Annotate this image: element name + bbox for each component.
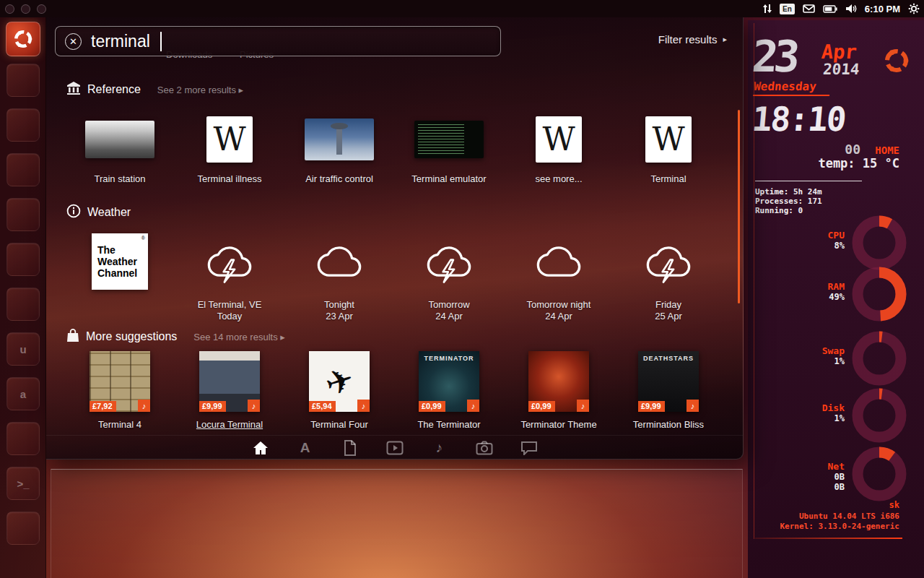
music-lens-icon[interactable]: ♪ <box>430 439 449 457</box>
running-label: Running: 0 <box>755 206 803 215</box>
search-input[interactable]: terminal <box>91 32 150 51</box>
mail-icon[interactable] <box>803 4 815 13</box>
result-label: Friday25 Apr <box>655 299 682 322</box>
conky-widget: 23 Apr 2014 Wednesday 18:10 00 HOME temp… <box>748 20 924 578</box>
sync-indicator-icon[interactable] <box>763 4 772 14</box>
result-label: Terminator Theme <box>520 419 596 431</box>
minimize-button[interactable] <box>21 4 30 14</box>
dash-scrollbar[interactable] <box>738 110 740 303</box>
result-tile[interactable]: £7,92 ♪ Terminal 4 <box>65 347 175 431</box>
desktop: En 6:10 PM <box>0 0 924 578</box>
album-cover: £9,99 ♪ <box>199 351 260 412</box>
close-button[interactable] <box>5 4 14 14</box>
clear-search-icon[interactable]: ✕ <box>65 33 82 50</box>
launcher-glyph: >_ <box>17 478 29 490</box>
weather-channel-logo: ® The Weather Channel <box>92 233 148 290</box>
cloud-icon <box>534 239 583 284</box>
terminal-screenshot-thumbnail <box>414 121 484 158</box>
result-tile[interactable]: ✈ £5,94 ♪ Terminal Four <box>284 347 394 431</box>
section-title: Weather <box>87 206 131 219</box>
result-tile[interactable]: El Terminal, VEToday <box>175 227 284 322</box>
session-gear-icon[interactable] <box>908 3 920 14</box>
photos-lens-icon[interactable] <box>475 439 494 457</box>
price-badge: £5,94 <box>309 401 336 412</box>
temperature-label: temp: 15 °C <box>818 156 899 171</box>
swap-gauge: Swap 1% <box>800 328 910 389</box>
plane-icon: ✈ <box>320 358 358 404</box>
result-tile[interactable]: W see more... <box>504 108 614 185</box>
result-tile[interactable]: £0,99 ♪ Terminator Theme <box>504 347 614 431</box>
result-label: Tomorrow24 Apr <box>428 299 469 322</box>
files-lens-icon[interactable] <box>341 439 359 457</box>
search-bar[interactable]: ✕ terminal <box>55 26 501 56</box>
launcher-item-document[interactable] <box>6 288 40 321</box>
kernel-version-label: Kernel: 3.13.0-24-generic <box>780 522 899 531</box>
result-label: Terminal illness <box>198 173 262 185</box>
music-note-icon: ♪ <box>357 400 370 412</box>
music-note-icon: ♪ <box>687 400 699 412</box>
launcher-item-editor[interactable] <box>6 512 40 545</box>
cover-title: TERMINATOR <box>419 355 479 362</box>
weather-category-icon <box>66 204 81 221</box>
see-more-link[interactable]: See 2 more results ▸ <box>157 85 243 95</box>
reference-results-row: Train station W Terminal illness Air tra… <box>65 108 725 185</box>
result-tile[interactable]: DEATHSTARS £9,99 ♪ Termination Bliss <box>614 347 723 431</box>
result-label: see more... <box>535 173 582 185</box>
registered-mark: ® <box>141 236 145 241</box>
result-tile[interactable]: Friday25 Apr <box>614 227 723 322</box>
launcher-item-impress[interactable] <box>6 243 40 276</box>
weekday-label: Wednesday <box>753 79 831 96</box>
launcher-item-terminal[interactable]: >_ <box>6 467 40 500</box>
result-label: Train station <box>94 173 145 185</box>
launcher-glyph: u <box>19 343 26 355</box>
result-label: Tomorrow night24 Apr <box>527 299 591 322</box>
launcher-item-writer[interactable] <box>6 153 40 186</box>
result-label: The Terminator <box>417 419 480 431</box>
weather-results-row: ® The Weather Channel El Terminal, VETod… <box>65 227 725 322</box>
result-tile[interactable]: Air traffic control <box>284 108 394 185</box>
storm-cloud-icon <box>205 239 254 284</box>
filter-results-button[interactable]: Filter results ▸ <box>658 33 727 46</box>
launcher-item-ubuntu-one[interactable]: u <box>6 332 40 366</box>
result-tile[interactable]: W Terminal <box>614 108 723 185</box>
price-badge: £0,99 <box>419 401 445 412</box>
dash-home-button[interactable] <box>6 22 40 56</box>
launcher-item-calc[interactable] <box>6 198 40 231</box>
launcher-item-settings[interactable] <box>6 422 40 455</box>
net-gauge: Net 0B 0B <box>800 444 910 504</box>
result-tile[interactable]: Tonight23 Apr <box>284 227 394 322</box>
music-note-icon: ♪ <box>138 400 150 412</box>
launcher-item-amazon[interactable]: a <box>6 377 40 410</box>
result-tile[interactable]: W Terminal illness <box>175 108 284 185</box>
result-label: Locura Terminal <box>196 419 263 431</box>
control-tower-thumbnail <box>305 118 374 160</box>
clock[interactable]: 6:10 PM <box>865 4 900 14</box>
storm-cloud-icon <box>644 239 693 284</box>
launcher-item-browser[interactable] <box>6 108 40 142</box>
volume-icon[interactable] <box>845 4 857 14</box>
result-tile[interactable]: Tomorrow24 Apr <box>394 227 504 322</box>
social-lens-icon[interactable] <box>520 439 539 457</box>
result-tile[interactable]: Train station <box>65 108 175 185</box>
album-cover: DEATHSTARS £9,99 ♪ <box>638 351 699 412</box>
lens-bar: A ♪ <box>46 435 743 460</box>
result-tile[interactable]: TERMINATOR £0,99 ♪ The Terminator <box>394 347 504 431</box>
battery-icon[interactable] <box>823 5 837 13</box>
result-tile[interactable]: Terminal emulator <box>394 108 504 185</box>
see-more-link[interactable]: See 14 more results ▸ <box>193 332 284 342</box>
launcher-item-files[interactable] <box>6 64 40 97</box>
applications-lens-icon[interactable]: A <box>296 439 315 457</box>
text-caret <box>160 32 162 51</box>
uptime-label: Uptime: 5h 24m <box>755 187 822 197</box>
home-lens-icon[interactable] <box>251 439 270 457</box>
keyboard-layout-indicator[interactable]: En <box>780 4 795 14</box>
result-tile[interactable]: £9,99 ♪ Locura Terminal <box>175 347 284 431</box>
result-tile[interactable]: ® The Weather Channel <box>65 227 175 322</box>
chevron-right-icon: ▸ <box>723 35 727 44</box>
video-lens-icon[interactable] <box>385 439 404 457</box>
disk-gauge: Disk 1% <box>800 385 910 446</box>
maximize-button[interactable] <box>37 4 46 14</box>
result-tile[interactable]: Tomorrow night24 Apr <box>504 227 614 322</box>
ubuntu-logo-icon <box>882 46 911 78</box>
price-badge: £0,99 <box>528 401 555 412</box>
